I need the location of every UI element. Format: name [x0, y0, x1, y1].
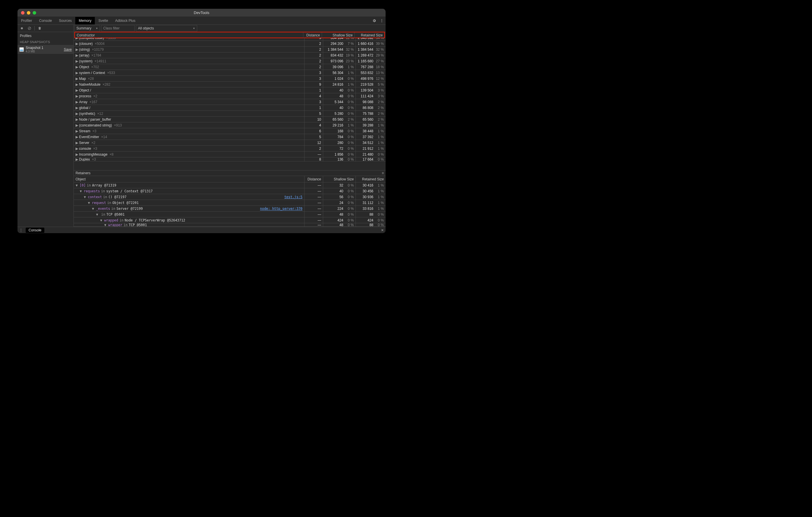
distance-cell: 4: [304, 122, 323, 128]
expand-icon[interactable]: ▶: [76, 147, 78, 151]
tab-memory[interactable]: Memory: [75, 17, 95, 25]
expand-icon[interactable]: ▼: [92, 207, 94, 211]
expand-icon[interactable]: ▶: [76, 83, 78, 87]
table-row[interactable]: ▶(synthetic)×1255 2800 %75 7882 %: [74, 111, 385, 117]
expand-icon[interactable]: ▼: [100, 218, 103, 222]
table-row[interactable]: ▶process×24480 %111 4243 %: [74, 93, 385, 99]
constructor-name: (synthetic): [79, 112, 95, 116]
table-row[interactable]: ▶global /1400 %86 8082 %: [74, 105, 385, 111]
drawer-kebab-icon[interactable]: ⋮: [19, 228, 23, 232]
expand-icon[interactable]: ▶: [76, 65, 78, 69]
expand-icon[interactable]: ▶: [76, 106, 78, 110]
table-row[interactable]: ▶Array×16735 3440 %98 0882 %: [74, 99, 385, 105]
expand-icon[interactable]: ▼: [80, 189, 82, 193]
col-constructor[interactable]: Constructor: [75, 32, 303, 38]
expand-icon[interactable]: ▶: [76, 94, 78, 98]
tab-console[interactable]: Console: [36, 17, 55, 25]
table-row[interactable]: ▶(compiled code)×55393534 18412 %2 343 3…: [74, 38, 385, 41]
ret-col-object[interactable]: Object: [74, 176, 304, 182]
expand-icon[interactable]: ▶: [76, 88, 78, 92]
table-row[interactable]: ▶Stream×361680 %38 4481 %: [74, 128, 385, 134]
expand-icon[interactable]: ▶: [76, 129, 78, 133]
expand-icon[interactable]: ▶: [76, 59, 78, 63]
retainer-row[interactable]: ▼requests in system / Context @71317—400…: [74, 188, 385, 194]
expand-icon[interactable]: ▶: [76, 77, 78, 81]
retainer-row[interactable]: ▼_events in Server @72199node: http_serv…: [74, 206, 385, 212]
objects-filter-dropdown[interactable]: All objects ▼: [136, 25, 197, 31]
expand-icon[interactable]: ▶: [76, 141, 78, 145]
retainer-row[interactable]: ▼wrapped in Node / TCPServerWrap @526437…: [74, 217, 385, 223]
expand-icon[interactable]: ▶: [76, 48, 78, 52]
table-row[interactable]: ▶Map×2831 0240 %498 97612 %: [74, 76, 385, 82]
table-row[interactable]: ▶IncomingMessage×8—1 8560 %21 4800 %: [74, 152, 385, 157]
expand-icon[interactable]: ▶: [76, 100, 78, 104]
expand-icon[interactable]: ▶: [76, 42, 78, 46]
clear-icon[interactable]: [27, 26, 32, 31]
expand-icon[interactable]: ▶: [76, 112, 78, 116]
table-row[interactable]: ▶(closure)×50042294 2007 %1 660 41639 %: [74, 41, 385, 47]
retainer-row[interactable]: ▼ in TCP @5001—480 %880 %: [74, 212, 385, 217]
table-row[interactable]: ▶(string)×1017921 384 54432 %1 384 54432…: [74, 47, 385, 53]
source-link[interactable]: test.js:5: [284, 195, 302, 199]
retained-cell: 139 5043 %: [356, 87, 385, 93]
expand-icon[interactable]: ▶: [76, 38, 78, 40]
bottom-drawer: ⋮ Console ✕: [18, 227, 385, 233]
table-row[interactable]: ▶(array)×17842834 43219 %1 269 47229 %: [74, 53, 385, 58]
retainers-menu-icon[interactable]: ≡: [382, 171, 384, 175]
retained-cell: 75 7882 %: [356, 111, 385, 116]
devtools-window: DevTools Profiler Console Sources Memory…: [18, 9, 385, 233]
tab-svelte[interactable]: Svelte: [95, 17, 111, 25]
source-link[interactable]: node: http_server:370: [260, 207, 302, 211]
tab-sources[interactable]: Sources: [55, 17, 75, 25]
expand-icon[interactable]: ▼: [104, 223, 107, 226]
table-row[interactable]: ▶EventEmitter×1457840 %37 3921 %: [74, 134, 385, 140]
expand-icon[interactable]: ▼: [96, 212, 98, 216]
table-row[interactable]: ▶Object /1400 %139 5043 %: [74, 87, 385, 93]
tab-profiler[interactable]: Profiler: [18, 17, 36, 25]
expand-icon[interactable]: ▶: [76, 117, 78, 122]
kebab-menu-icon[interactable]: [378, 17, 385, 25]
expand-icon[interactable]: ▼: [76, 183, 78, 187]
expand-icon[interactable]: ▼: [88, 201, 90, 205]
distance-cell: 5: [304, 111, 323, 116]
record-icon[interactable]: [19, 26, 25, 31]
ret-col-shallow[interactable]: Shallow Size: [323, 176, 356, 182]
view-mode-dropdown[interactable]: Summary ▼: [75, 25, 100, 31]
table-row[interactable]: ▶system / Context×533356 3041 %553 83213…: [74, 70, 385, 76]
expand-icon[interactable]: ▶: [76, 123, 78, 127]
table-row[interactable]: ▶NativeModule×282924 8161 %219 5285 %: [74, 82, 385, 87]
snapshot-item[interactable]: Snapshot 1 4.3 MB Save: [18, 45, 74, 54]
expand-icon[interactable]: ▶: [76, 53, 78, 57]
gear-icon[interactable]: [370, 17, 378, 25]
snapshot-save-link[interactable]: Save: [64, 48, 72, 52]
col-distance[interactable]: Distance: [303, 32, 322, 38]
expand-icon[interactable]: ▶: [76, 135, 78, 139]
expand-icon[interactable]: ▶: [76, 152, 78, 156]
retained-cell: 1 660 41639 %: [356, 41, 385, 46]
col-shallow[interactable]: Shallow Size: [322, 32, 355, 38]
retainer-row[interactable]: ▼[0] in Array @71319—320 %30 4161 %: [74, 182, 385, 188]
drawer-tab-console[interactable]: Console: [26, 227, 44, 233]
trash-icon[interactable]: [37, 26, 42, 31]
class-filter-input[interactable]: Class filter: [101, 25, 135, 31]
table-row[interactable]: ▶Server×2122800 %34 5121 %: [74, 140, 385, 146]
table-row[interactable]: ▶(concatenated string)×913429 2161 %39 2…: [74, 122, 385, 128]
retainer-row[interactable]: ▼request in Object @72201—240 %31 1121 %: [74, 200, 385, 206]
table-row[interactable]: ▶Object×702239 0961 %767 28818 %: [74, 64, 385, 70]
retainer-row[interactable]: ▼wrapper in TCP @5001—480 %880 %: [74, 223, 385, 227]
expand-icon[interactable]: ▶: [76, 71, 78, 75]
ret-col-retained[interactable]: Retained Size: [356, 176, 385, 182]
retainer-row[interactable]: ▼context in () @72197test.js:5—560 %30 9…: [74, 194, 385, 200]
tab-adblock-plus[interactable]: Adblock Plus: [112, 17, 139, 25]
table-row[interactable]: ▶(system)×149112973 09623 %1 165 68027 %: [74, 58, 385, 64]
ret-col-distance[interactable]: Distance: [304, 176, 323, 182]
close-icon[interactable]: ✕: [381, 228, 384, 232]
expand-icon[interactable]: ▶: [76, 157, 78, 161]
expand-icon[interactable]: ▼: [84, 195, 86, 199]
table-row[interactable]: ▶console×32720 %21 9121 %: [74, 146, 385, 152]
profiles-sidebar: Profiles HEAP SNAPSHOTS Snapshot 1 4.3 M…: [18, 25, 74, 227]
distance-cell: —: [304, 152, 323, 157]
table-row[interactable]: ▶Node / parser_buffer1065 5602 %65 5602 …: [74, 117, 385, 122]
col-retained[interactable]: Retained Size: [355, 32, 384, 38]
table-row[interactable]: ▶Duplex×381360 %17 6640 %: [74, 157, 385, 161]
